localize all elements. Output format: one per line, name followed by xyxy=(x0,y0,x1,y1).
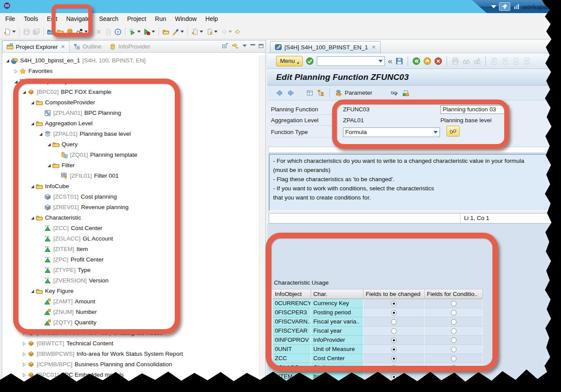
tree-expanded-arrow-icon[interactable] xyxy=(29,184,36,189)
tree-item-zplan01[interactable]: [ZPLAN01]BPC Planning xyxy=(2,108,259,118)
tree-item-characteristic[interactable]: Characteristic xyxy=(2,213,259,223)
tree-item-zq01[interactable]: [ZQ01]Planning template xyxy=(2,150,259,160)
radio-fields-to-be-changed[interactable] xyxy=(391,347,397,352)
openfolder-button[interactable] xyxy=(161,27,171,37)
radio-fields-for-conditions[interactable] xyxy=(451,356,457,361)
folderblue-button[interactable] xyxy=(46,27,55,37)
tree-item-bpc[interactable]: [BPC xyxy=(2,391,259,392)
tree-collapsed-arrow-icon[interactable] xyxy=(21,383,28,388)
tree-item-nodesnotconnected[interactable]: [NODESNOTCONNECTED]Unassigned Nodes xyxy=(2,328,259,338)
cell-fields-to-be-changed[interactable] xyxy=(364,345,425,354)
tree-collapsed-arrow-icon[interactable] xyxy=(21,341,28,346)
tree-item-zpal01[interactable]: [ZPAL01]Planning base level xyxy=(2,129,259,139)
radio-fields-to-be-changed[interactable] xyxy=(391,319,397,325)
radio-fields-to-be-changed[interactable] xyxy=(391,301,397,306)
display-change-button[interactable] xyxy=(391,89,398,97)
maximize-button[interactable] xyxy=(259,44,263,48)
tree-item-znum[interactable]: [ZNUM]Number xyxy=(2,307,259,317)
tab-outline[interactable]: Outline xyxy=(69,41,105,52)
key-button[interactable] xyxy=(75,27,89,37)
back-nav-button[interactable] xyxy=(275,89,283,97)
tab-infoprovider[interactable]: InfoProvider xyxy=(105,41,154,52)
navdoc2-button[interactable] xyxy=(204,27,219,37)
menu-navigate[interactable]: Navigate xyxy=(62,14,94,24)
tree-item-cpmbbpc[interactable]: [/CPMB/BPC]Business Planning and Consoli… xyxy=(2,359,259,370)
menu-file[interactable]: File xyxy=(1,14,20,24)
tree-expanded-arrow-icon[interactable] xyxy=(29,100,36,105)
radio-fields-for-conditions[interactable] xyxy=(451,319,457,325)
tree-item-zcst01[interactable]: [ZCST01]Cost planning xyxy=(2,192,259,202)
forward-nav-button[interactable] xyxy=(287,89,295,97)
tree-expanded-arrow-icon[interactable] xyxy=(29,216,36,220)
menu-tools[interactable]: Tools xyxy=(20,14,43,24)
menu-run[interactable]: Run xyxy=(151,14,171,24)
editor-tab[interactable]: [S4H] S4H_100_BPINST_EN_1 ✕ xyxy=(270,41,381,53)
detail-button[interactable] xyxy=(306,89,313,96)
dropdown-arrow-icon[interactable] xyxy=(378,60,383,62)
cell-fields-to-be-changed[interactable] xyxy=(364,372,425,382)
tree-expanded-arrow-icon[interactable] xyxy=(29,121,36,126)
tree-item-0bwtct[interactable]: [0BWTCT]Technical Content xyxy=(2,338,259,349)
collapse-chevrons-icon[interactable]: « xyxy=(388,57,393,65)
function-type-dropdown[interactable]: Formula xyxy=(343,127,440,137)
column-header-3[interactable]: Fields for Conditio.. xyxy=(425,289,483,299)
cell-fields-for-conditions[interactable] xyxy=(425,327,483,336)
tree-item-zfil01[interactable]: [ZFIL01]Filter 001 xyxy=(2,171,259,181)
radio-fields-for-conditions[interactable] xyxy=(451,337,457,343)
tree-expanded-arrow-icon[interactable] xyxy=(4,58,11,63)
cancel-button[interactable] xyxy=(434,57,442,65)
tree-expanded-arrow-icon[interactable] xyxy=(29,289,36,294)
tree-expanded-arrow-icon[interactable] xyxy=(37,132,44,137)
tab-project-explorer[interactable]: Project Explorer✕ xyxy=(2,41,69,52)
fwdnav-button[interactable] xyxy=(233,27,243,37)
tree-expanded-arrow-icon[interactable] xyxy=(21,90,28,95)
cell-fields-for-conditions[interactable] xyxy=(425,299,483,308)
tree-expanded-arrow-icon[interactable] xyxy=(45,142,52,147)
find-next-button[interactable] xyxy=(473,57,481,65)
cell-fields-for-conditions[interactable] xyxy=(425,336,483,345)
tree-item-bpc01[interactable]: [BPC01]BPC Embedded models xyxy=(2,370,259,380)
cell-fields-for-conditions[interactable] xyxy=(425,345,483,354)
cell-fields-to-be-changed[interactable] xyxy=(364,336,425,345)
radio-fields-for-conditions[interactable] xyxy=(451,347,457,352)
tree-item-zrev01[interactable]: [ZREV01]Revenue planning xyxy=(2,202,259,213)
save-button[interactable] xyxy=(22,27,31,37)
radio-fields-for-conditions[interactable] xyxy=(451,301,457,306)
menu-help[interactable]: Help xyxy=(201,14,222,24)
radio-fields-to-be-changed[interactable] xyxy=(391,328,397,334)
tree-collapsed-arrow-icon[interactable] xyxy=(21,373,28,378)
menu-edit[interactable]: Edit xyxy=(42,14,62,24)
radio-fields-for-conditions[interactable] xyxy=(451,365,457,371)
exit-button[interactable] xyxy=(423,57,431,65)
tree-scrollbar[interactable] xyxy=(259,55,265,392)
cell-fields-to-be-changed[interactable] xyxy=(364,299,425,308)
help-button[interactable]: ? xyxy=(113,27,123,37)
saveall-button[interactable] xyxy=(31,27,41,37)
menu-button[interactable]: Menu xyxy=(276,56,303,66)
tree-item-compositeprovider[interactable]: CompositeProvider xyxy=(2,97,259,108)
column-header-2[interactable]: Fields to be changed xyxy=(364,289,425,299)
chevron-down-icon[interactable] xyxy=(491,5,496,8)
close-icon[interactable]: ✕ xyxy=(371,44,376,50)
tree-item-query[interactable]: Query xyxy=(2,139,259,150)
cell-fields-for-conditions[interactable] xyxy=(425,363,483,372)
radio-fields-to-be-changed[interactable] xyxy=(391,383,397,389)
check-button[interactable] xyxy=(402,89,409,96)
tree-collapsed-arrow-icon[interactable] xyxy=(21,331,28,336)
tree-item-zpc[interactable]: [ZPC]Profit Center xyxy=(2,254,259,265)
cell-fields-for-conditions[interactable] xyxy=(425,382,483,391)
radio-fields-for-conditions[interactable] xyxy=(451,383,457,389)
column-header-1[interactable]: Char. xyxy=(311,289,364,299)
radio-fields-to-be-changed[interactable] xyxy=(391,337,397,343)
radio-fields-to-be-changed[interactable] xyxy=(391,365,397,371)
tree-collapsed-arrow-icon[interactable] xyxy=(21,352,28,357)
cell-fields-for-conditions[interactable] xyxy=(425,308,483,317)
cell-fields-for-conditions[interactable] xyxy=(425,372,483,382)
xgray-button[interactable] xyxy=(94,27,104,37)
tree-item-ztype[interactable]: [ZTYPE]Type xyxy=(2,265,259,275)
tree-expanded-arrow-icon[interactable] xyxy=(45,163,52,168)
runlocal-button[interactable] xyxy=(128,27,142,37)
tree-item-0bwbpcws[interactable]: [0BWBPCWS]Info-area for Work Status Syst… xyxy=(2,349,259,359)
run-button[interactable] xyxy=(142,27,156,37)
menu-project[interactable]: Project xyxy=(123,14,151,24)
